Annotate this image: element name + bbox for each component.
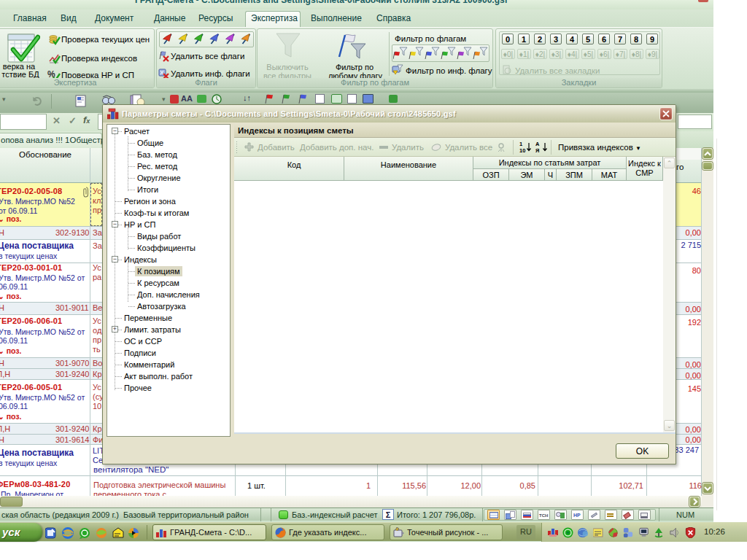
svg-text:1: 1 (519, 141, 522, 147)
svg-text:А: А (535, 141, 540, 147)
svg-text:10: 10 (519, 147, 525, 154)
svg-text:Я: Я (535, 147, 539, 154)
